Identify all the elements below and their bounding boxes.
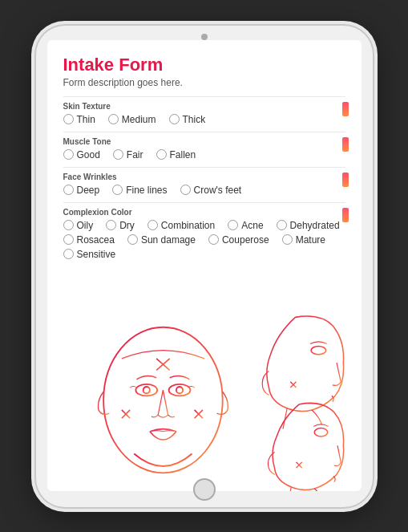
section-muscle-tone: Muscle Tone Good Fair Fallen [63, 132, 345, 167]
radio-oily[interactable] [63, 220, 74, 230]
label-fine-lines: Fine lines [126, 185, 167, 196]
radio-combination[interactable] [147, 220, 158, 230]
radio-thin[interactable] [63, 114, 74, 124]
section-indicator-skin-texture [342, 102, 349, 116]
label-deep: Deep [77, 185, 100, 196]
section-complexion-color: Complexion Color Oily Dry Combination [63, 202, 345, 266]
radio-fallen[interactable] [156, 149, 167, 160]
option-thin[interactable]: Thin [63, 114, 95, 125]
radio-sun-damage[interactable] [127, 234, 138, 245]
radio-mature[interactable] [282, 234, 293, 245]
face-illustration [47, 273, 362, 491]
options-row-face-wrinkles: Deep Fine lines Crow's feet [63, 185, 345, 199]
tablet-camera [201, 34, 208, 40]
section-label-muscle-tone: Muscle Tone [63, 137, 345, 146]
options-row-complexion-2: Rosacea Sun damage Couperose Mature [63, 234, 345, 263]
label-oily: Oily [77, 220, 94, 231]
svg-point-4 [176, 387, 182, 393]
label-dehydrated: Dehydrated [290, 220, 340, 231]
section-label-complexion-color: Complexion Color [63, 208, 345, 217]
radio-dry[interactable] [106, 220, 116, 230]
label-medium: Medium [122, 114, 156, 125]
radio-sensitive[interactable] [63, 249, 74, 259]
section-label-face-wrinkles: Face Wrinkles [63, 173, 345, 181]
option-dehydrated[interactable]: Dehydrated [277, 220, 340, 231]
tablet-home-button[interactable] [193, 478, 216, 501]
option-acne[interactable]: Acne [228, 220, 263, 231]
tablet-device: Intake Form Form description goes here. … [36, 26, 373, 507]
option-fair[interactable]: Fair [113, 149, 143, 160]
radio-thick[interactable] [169, 114, 180, 124]
illustration-area [47, 273, 362, 491]
radio-rosacea[interactable] [63, 234, 74, 245]
option-medium[interactable]: Medium [108, 114, 156, 125]
option-good[interactable]: Good [63, 149, 100, 160]
options-row-muscle-tone: Good Fair Fallen [63, 149, 345, 164]
svg-point-21 [314, 428, 328, 436]
radio-medium[interactable] [108, 114, 119, 124]
label-sensitive: Sensitive [77, 249, 116, 260]
option-dry[interactable]: Dry [106, 220, 135, 231]
radio-fine-lines[interactable] [112, 185, 123, 195]
svg-point-0 [103, 327, 223, 473]
section-face-wrinkles: Face Wrinkles Deep Fine lines Crow's fee… [63, 167, 345, 202]
label-thick: Thick [183, 114, 206, 125]
label-combination: Combination [161, 220, 215, 231]
radio-crows-feet[interactable] [180, 185, 191, 195]
section-indicator-face-wrinkles [342, 173, 349, 187]
option-fallen[interactable]: Fallen [156, 149, 196, 160]
radio-deep[interactable] [63, 185, 74, 195]
radio-good[interactable] [63, 149, 74, 160]
label-good: Good [77, 149, 100, 160]
label-crows-feet: Crow's feet [194, 185, 242, 196]
option-fine-lines[interactable]: Fine lines [112, 185, 167, 196]
svg-point-2 [143, 387, 149, 393]
form-container: Intake Form Form description goes here. … [47, 40, 362, 273]
radio-fair[interactable] [113, 149, 123, 160]
label-sun-damage: Sun damage [141, 234, 196, 246]
label-couperose: Couperose [222, 234, 269, 246]
section-indicator-complexion-color [342, 208, 349, 222]
svg-point-17 [311, 346, 326, 354]
label-acne: Acne [241, 220, 263, 231]
option-oily[interactable]: Oily [63, 220, 94, 231]
section-label-skin-texture: Skin Texture [63, 102, 345, 111]
svg-line-22 [288, 486, 291, 490]
section-skin-texture: Skin Texture Thin Medium Thick [63, 96, 345, 132]
option-deep[interactable]: Deep [63, 185, 100, 196]
option-couperose[interactable]: Couperose [208, 234, 269, 246]
option-sun-damage[interactable]: Sun damage [127, 234, 196, 246]
radio-couperose[interactable] [208, 234, 219, 245]
label-mature: Mature [296, 234, 325, 246]
options-row-skin-texture: Thin Medium Thick [63, 114, 345, 128]
label-fallen: Fallen [170, 149, 196, 160]
option-thick[interactable]: Thick [169, 114, 206, 125]
form-title: Intake Form [63, 55, 345, 75]
label-rosacea: Rosacea [77, 234, 115, 246]
option-rosacea[interactable]: Rosacea [63, 234, 115, 246]
radio-acne[interactable] [228, 220, 238, 230]
radio-dehydrated[interactable] [277, 220, 287, 230]
label-fair: Fair [127, 149, 143, 160]
option-mature[interactable]: Mature [282, 234, 325, 246]
option-crows-feet[interactable]: Crow's feet [180, 185, 242, 196]
label-thin: Thin [77, 114, 95, 125]
section-indicator-muscle-tone [342, 137, 349, 152]
options-row-complexion-1: Oily Dry Combination Acne [63, 220, 345, 234]
label-dry: Dry [119, 220, 135, 231]
option-combination[interactable]: Combination [147, 220, 215, 231]
screen: Intake Form Form description goes here. … [47, 40, 362, 491]
form-description: Form description goes here. [63, 77, 345, 88]
option-sensitive[interactable]: Sensitive [63, 249, 116, 260]
